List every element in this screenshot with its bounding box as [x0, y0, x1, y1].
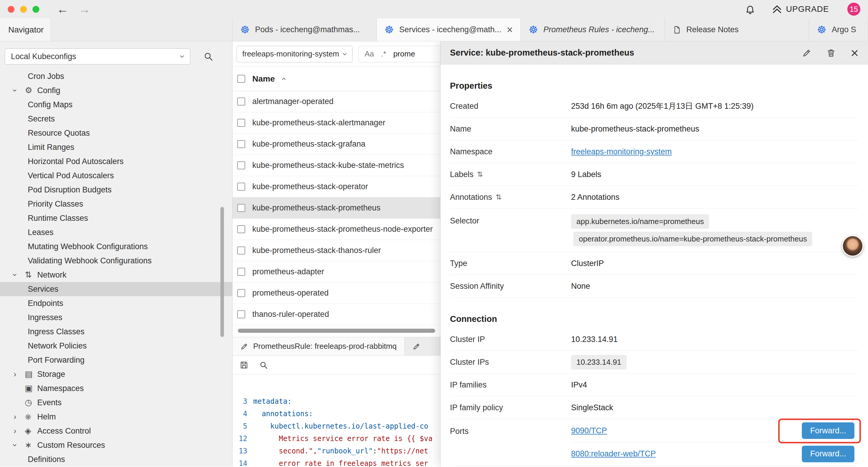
- delete-trash-icon[interactable]: [826, 48, 836, 58]
- sidebar-item[interactable]: Mutating Webhook Configurations: [0, 239, 232, 254]
- row-checkbox[interactable]: [237, 204, 245, 212]
- row-checkbox[interactable]: [237, 119, 245, 127]
- column-header-name[interactable]: Name: [252, 74, 275, 84]
- custom-resources-icon: ∗: [25, 441, 37, 449]
- detail-row: Ports9090/TCPForward...8080:reloader-web…: [450, 419, 859, 466]
- port-link[interactable]: 8080:reloader-web/TCP: [571, 449, 656, 459]
- sidebar-item[interactable]: Port Forwarding: [0, 353, 232, 367]
- close-icon[interactable]: ×: [850, 46, 859, 60]
- sidebar-item[interactable]: Vertical Pod Autoscalers: [0, 169, 232, 183]
- row-checkbox[interactable]: [237, 97, 245, 106]
- forward-button[interactable]: Forward...: [802, 446, 855, 462]
- detail-row: IP familiesIPv4: [450, 374, 859, 396]
- row-checkbox[interactable]: [237, 225, 245, 233]
- row-checkbox[interactable]: [237, 183, 245, 191]
- detail-label-text: IP families: [450, 380, 487, 389]
- sidebar-item[interactable]: Config Maps: [0, 97, 232, 112]
- upgrade-button[interactable]: UPGRADE: [772, 4, 829, 14]
- sidebar-item[interactable]: Secrets: [0, 112, 232, 126]
- app-tab[interactable]: ☸Prometheus Rules - icecheng...: [521, 18, 665, 41]
- close-tab-icon[interactable]: ×: [507, 25, 513, 35]
- sidebar-toolbar: Local Kubeconfigs ›: [0, 46, 232, 67]
- minimize-window-button[interactable]: [20, 6, 27, 13]
- sidebar-item[interactable]: Priority Classes: [0, 197, 232, 211]
- sidebar-item[interactable]: Network Policies: [0, 339, 232, 353]
- sidebar-item[interactable]: Leases: [0, 225, 232, 239]
- line-number: 3: [232, 395, 253, 408]
- code-segment: kubectl.kubernetes.io/last-applied-co: [253, 422, 428, 430]
- sidebar-item[interactable]: Endpoints: [0, 296, 232, 310]
- sidebar-item[interactable]: Horizontal Pod Autoscalers: [0, 154, 232, 169]
- forward-button[interactable]: Forward...: [802, 422, 855, 439]
- sidebar-item[interactable]: Validating Webhook Configurations: [0, 254, 232, 268]
- expand-toggle-icon[interactable]: ⇅: [496, 193, 502, 201]
- app-tab[interactable]: ☸Argo S: [809, 18, 868, 41]
- sidebar-item[interactable]: ›◈Access Control: [0, 424, 232, 438]
- sidebar-item[interactable]: Resource Quotas: [0, 126, 232, 140]
- sidebar-item[interactable]: ›⚙Config: [0, 83, 232, 97]
- row-checkbox[interactable]: [237, 140, 245, 148]
- editor-search-icon[interactable]: [259, 360, 268, 370]
- maximize-window-button[interactable]: [32, 6, 39, 13]
- close-window-button[interactable]: [8, 6, 14, 13]
- detail-row: Namespacefreeleaps-monitoring-system: [450, 140, 859, 163]
- chevron-down-icon[interactable]: ›: [13, 270, 25, 280]
- expand-toggle-icon[interactable]: ⇅: [477, 170, 483, 178]
- namespace-selector[interactable]: freeleaps-monitoring-system ›: [237, 46, 352, 62]
- sidebar-item-label: Secrets: [28, 114, 55, 123]
- access-control-icon: ◈: [25, 427, 37, 435]
- sidebar-item[interactable]: Runtime Classes: [0, 211, 232, 225]
- sidebar-item-label: Config: [37, 86, 60, 95]
- forward-button[interactable]: →: [79, 3, 90, 15]
- sidebar-item[interactable]: Services: [0, 282, 232, 296]
- chevron-down-icon[interactable]: ›: [13, 440, 25, 450]
- back-button[interactable]: ←: [57, 3, 68, 15]
- chevron-down-icon[interactable]: ›: [13, 86, 25, 95]
- row-checkbox[interactable]: [237, 289, 245, 297]
- sidebar-item-label: Horizontal Pod Autoscalers: [28, 157, 123, 166]
- sidebar-search-icon[interactable]: [203, 52, 213, 61]
- kubeconfig-selector[interactable]: Local Kubeconfigs ›: [5, 49, 190, 64]
- chevron-right-icon[interactable]: ›: [13, 426, 25, 436]
- dock-tab[interactable]: PrometheusRule: freeleaps-prod-rabbitmq: [232, 337, 405, 355]
- row-checkbox[interactable]: [237, 268, 245, 276]
- user-avatar[interactable]: [842, 235, 863, 257]
- port-link[interactable]: 9090/TCP: [571, 426, 607, 435]
- sidebar-item[interactable]: Ingresses: [0, 310, 232, 324]
- navigator-panel-tab[interactable]: Navigator: [0, 18, 51, 41]
- chevron-right-icon[interactable]: ›: [13, 412, 25, 421]
- detail-label: Annotations⇅: [450, 193, 571, 202]
- namespace-link[interactable]: freeleaps-monitoring-system: [571, 147, 672, 156]
- chevron-right-icon[interactable]: ›: [13, 370, 25, 379]
- sidebar-item[interactable]: ◷Events: [0, 396, 232, 410]
- sidebar-item[interactable]: Cron Jobs: [0, 69, 232, 83]
- app-tab[interactable]: ☸Pods - icecheng@mathmas...: [232, 18, 377, 41]
- save-icon[interactable]: [240, 360, 248, 370]
- row-checkbox[interactable]: [237, 246, 245, 255]
- sidebar-scrollbar[interactable]: [220, 207, 224, 337]
- sidebar-item[interactable]: ›∗Custom Resources: [0, 438, 232, 452]
- app-tab[interactable]: ☸Services - icecheng@math...×: [377, 18, 521, 41]
- row-checkbox[interactable]: [237, 162, 245, 169]
- search-input[interactable]: prome: [393, 49, 415, 59]
- table-hscrollbar[interactable]: [238, 329, 435, 333]
- app-tab[interactable]: Release Notes: [665, 18, 809, 41]
- dock-tab[interactable]: [405, 337, 440, 355]
- sidebar-item[interactable]: Ingress Classes: [0, 324, 232, 339]
- sidebar-item[interactable]: ›▤Storage: [0, 367, 232, 381]
- sidebar-item[interactable]: ▣Namespaces: [0, 381, 232, 396]
- notifications-bell-icon[interactable]: [745, 4, 755, 14]
- edit-pencil-icon[interactable]: [802, 48, 812, 58]
- sidebar-item[interactable]: ›⎈Helm: [0, 410, 232, 424]
- sidebar-item[interactable]: ›⇅Network: [0, 268, 232, 282]
- lens-window: ← → UPGRADE 15 Navigator ☸Pods - icechen…: [0, 0, 868, 467]
- select-all-checkbox[interactable]: [237, 75, 245, 83]
- sidebar-item[interactable]: Definitions: [0, 452, 232, 466]
- match-case-toggle[interactable]: Aa: [365, 49, 374, 59]
- notification-count-badge[interactable]: 15: [847, 3, 860, 16]
- regex-toggle[interactable]: .*: [381, 49, 386, 59]
- upgrade-label: UPGRADE: [786, 4, 829, 14]
- sidebar-item[interactable]: Limit Ranges: [0, 140, 232, 154]
- sidebar-item[interactable]: Pod Disruption Budgets: [0, 183, 232, 197]
- row-checkbox[interactable]: [237, 310, 245, 318]
